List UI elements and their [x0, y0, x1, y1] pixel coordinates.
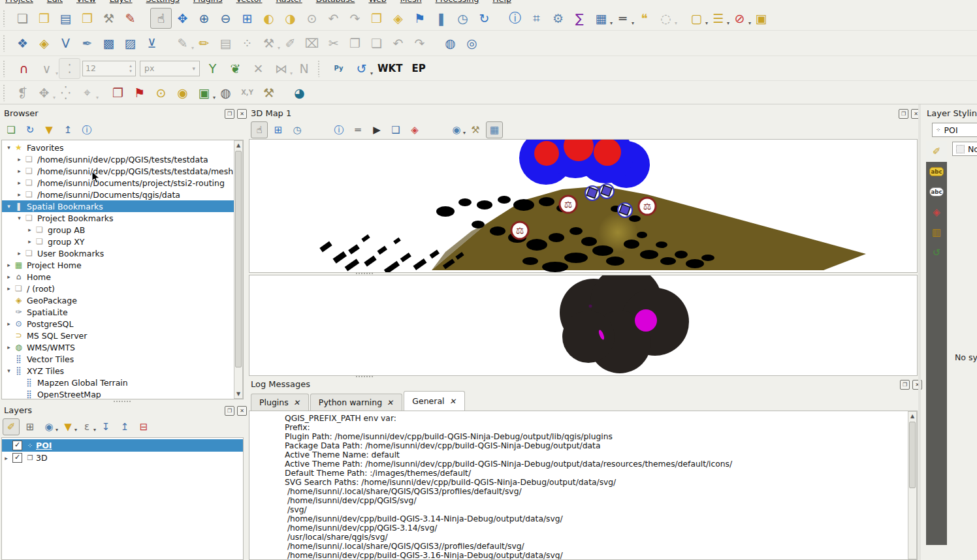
save-layer-edits-button[interactable]: ▤	[215, 33, 236, 54]
new-spatial-bookmark-button[interactable]: ⚑	[409, 8, 430, 29]
new-project-from-template-button[interactable]: ❐	[76, 8, 98, 29]
snapping-mode-button[interactable]: ∨	[36, 58, 57, 79]
tree-item-testdata-mesh[interactable]: ▸ ❏ /home/isunni/dev/cpp/QGIS/tests/test…	[2, 165, 243, 177]
filter-legend-button[interactable]: ▼	[59, 418, 76, 435]
camera-view-button[interactable]: ◉	[448, 121, 465, 138]
self-snapping-button[interactable]: ⋈	[270, 58, 292, 79]
add-geopackage-layer-button[interactable]: ◈	[33, 33, 55, 54]
layer-checkbox[interactable]: ✓	[12, 441, 22, 450]
zoom-out-button[interactable]: ⊖	[215, 8, 236, 29]
vertex-tool-button[interactable]: ⚒	[258, 33, 280, 54]
add-group-button[interactable]: ⊞	[22, 418, 39, 435]
add-vector-layer-button[interactable]: V	[55, 33, 76, 54]
scroll-up-icon[interactable]: ▲	[234, 141, 242, 149]
export-3d-button[interactable]: ◈	[406, 121, 423, 138]
metasearch-add-button[interactable]: ◍	[440, 33, 461, 54]
layer-row-3d[interactable]: ▸ ✓ ❐ 3D	[2, 452, 243, 464]
add-selected-layers-button[interactable]: ❏	[3, 121, 20, 138]
styling-renderer-combobox[interactable]: No	[952, 142, 977, 156]
tree-item-vector-tiles[interactable]: ⣿ Vector Tiles	[2, 353, 243, 365]
xy-tool-button[interactable]: X,Y	[236, 82, 258, 103]
expander-icon[interactable]: ▸	[15, 156, 24, 163]
tree-item-favorites[interactable]: ▾ ★ Favorites	[2, 142, 243, 153]
menu-project[interactable]: Project	[5, 0, 33, 4]
trace-nodes-button[interactable]: N	[293, 58, 315, 79]
snapping-unit-combobox[interactable]: px▾	[140, 61, 200, 76]
save-project-button[interactable]: ▤	[55, 8, 76, 29]
web-globe-button[interactable]: ◍	[215, 82, 236, 103]
add-raster-layer-button[interactable]: ▨	[120, 33, 141, 54]
tree-item-xyz-tiles[interactable]: ▾ ⣿ XYZ Tiles	[2, 365, 243, 377]
menu-layer[interactable]: Layer	[110, 0, 133, 4]
remove-layer-button[interactable]: ⊟	[135, 418, 152, 435]
refresh-browser-button[interactable]: ↻	[22, 121, 39, 138]
current-edits-button[interactable]: ✎	[172, 33, 193, 54]
layer-name[interactable]: POI	[36, 441, 52, 450]
new-annotation-button[interactable]: ⚑	[129, 82, 150, 103]
expander-icon[interactable]: ▸	[15, 168, 24, 174]
tree-item-home[interactable]: ▸ ⌂ Home	[2, 271, 243, 283]
tree-item-geopackage[interactable]: ◈ GeoPackage	[2, 294, 243, 306]
snapping-grid-button[interactable]: ⁚	[59, 58, 80, 79]
scrollbar-thumb[interactable]	[909, 422, 916, 488]
pan-map-button[interactable]: ☝	[150, 8, 172, 29]
select-by-value-button[interactable]: ☰	[707, 8, 729, 29]
pan-to-selection-button[interactable]: ✥	[172, 8, 193, 29]
snapping-toggle-button[interactable]: ∩	[13, 58, 35, 79]
move-label-button[interactable]: ✥	[33, 82, 55, 103]
tree-item-mssql[interactable]: ⊃ MS SQL Server	[2, 330, 243, 341]
expander-icon[interactable]: ▸	[2, 455, 10, 461]
toggle-editing-button[interactable]: ✏	[193, 33, 215, 54]
tab-close-icon[interactable]: ✕	[387, 398, 395, 407]
manage-map-themes-button[interactable]: ◉	[40, 418, 57, 435]
layer-checkbox[interactable]: ✓	[12, 453, 22, 463]
annotation-zoom-selected-button[interactable]: ◉	[172, 82, 193, 103]
styling-layer-combobox[interactable]: ⁘ POI	[932, 123, 977, 137]
tree-item-testdata[interactable]: ▸ ❏ /home/isunni/dev/cpp/QGIS/tests/test…	[2, 153, 243, 165]
new-map-view-button[interactable]: ❐	[366, 8, 387, 29]
expander-icon[interactable]: ▸	[5, 262, 13, 268]
expander-icon[interactable]: ▸	[5, 320, 13, 327]
open-attribute-table-button[interactable]: ▦	[590, 8, 612, 29]
data-source-manager-button[interactable]: ❖	[12, 33, 33, 54]
cut-features-button[interactable]: ✂	[323, 33, 344, 54]
map3d-float-button[interactable]: ❐	[899, 109, 908, 119]
menu-settings[interactable]: Settings	[146, 0, 180, 4]
save-image-button[interactable]: ❑	[387, 121, 404, 138]
menu-edit[interactable]: Edit	[47, 0, 63, 4]
processing-history-button[interactable]: ↺	[351, 58, 372, 79]
collapse-all-button[interactable]: ↥	[59, 121, 76, 138]
expander-icon[interactable]: ▾	[5, 144, 13, 151]
show-sum-button[interactable]: ∑	[569, 8, 590, 29]
tree-item-project-home[interactable]: ▸ ▦ Project Home	[2, 259, 243, 271]
layer-row-poi[interactable]: ✓ ⁘ POI	[2, 439, 243, 452]
expander-icon[interactable]: ▸	[15, 179, 24, 186]
canvas-splitter-handle[interactable]	[356, 376, 373, 377]
styling-tab-history[interactable]: ↺	[926, 242, 947, 262]
camera-pan-button[interactable]: ☝	[251, 121, 268, 138]
new-project-button[interactable]: ❏	[12, 8, 33, 29]
expander-icon[interactable]: ▾	[5, 203, 13, 210]
menu-database[interactable]: Database	[316, 0, 355, 4]
digitize-button[interactable]: ⁘	[236, 33, 258, 54]
styling-tab-3d-view[interactable]: ◈	[926, 202, 947, 222]
tab-plugins[interactable]: Plugins ✕	[251, 394, 309, 411]
python-console-button[interactable]: Py	[328, 58, 349, 79]
styling-tab-diagrams[interactable]: ▥	[926, 222, 947, 242]
dock-divider[interactable]	[918, 104, 921, 560]
select-by-location-button[interactable]: ▣	[750, 8, 772, 29]
wkt-plugin-button[interactable]: WKT	[374, 58, 406, 79]
options-panel-button[interactable]: ▦	[486, 121, 503, 138]
expander-icon[interactable]: ▸	[5, 273, 13, 280]
zoom-native-button[interactable]: ⊙	[301, 8, 323, 29]
browser-scrollbar[interactable]: ▲ ▼	[234, 140, 243, 399]
copy-features-button[interactable]: ❐	[344, 33, 366, 54]
avoid-intersections-button[interactable]: ✕	[248, 58, 269, 79]
layers-close-button[interactable]: ✕	[237, 406, 247, 416]
menu-processing[interactable]: Processing	[436, 0, 479, 4]
rotate-label-button[interactable]: ⌖	[76, 82, 98, 103]
menu-help[interactable]: Help	[492, 0, 511, 4]
styling-tab-symbology[interactable]: ✐	[926, 141, 947, 161]
tree-item-openstreetmap[interactable]: ⣿ OpenStreetMap	[2, 388, 243, 399]
zoom-next-button[interactable]: ↷	[344, 8, 366, 29]
